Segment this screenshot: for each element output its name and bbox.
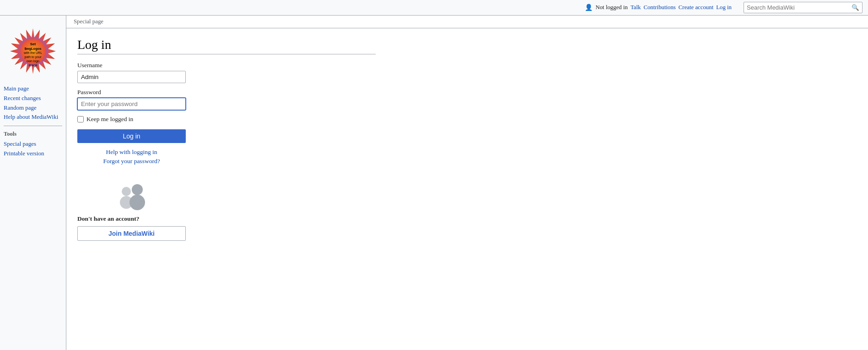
logo-text-line5: own logo bbox=[27, 59, 39, 63]
search-button[interactable]: 🔍 bbox=[849, 2, 862, 13]
site-logo: Set $wgLogos with the URL path to your o… bbox=[8, 26, 58, 76]
join-mediawiki-button[interactable]: Join MediaWiki bbox=[77, 226, 186, 241]
logo-text-line4: path to your bbox=[25, 55, 42, 59]
login-button[interactable]: Log in bbox=[77, 129, 186, 143]
sidebar-item-recent-changes[interactable]: Recent changes bbox=[4, 94, 62, 103]
page-title: Log in bbox=[77, 37, 376, 54]
svg-point-3 bbox=[132, 184, 143, 195]
breadcrumb-bar: Special page bbox=[66, 16, 868, 28]
create-account-link[interactable]: Create account bbox=[679, 4, 713, 11]
password-input[interactable] bbox=[77, 98, 186, 110]
logo-text-line6: image bbox=[28, 64, 37, 67]
forgot-password-link[interactable]: Forgot your password? bbox=[103, 158, 160, 165]
username-group: Username bbox=[77, 62, 376, 83]
top-bar: 👤 Not logged in Talk Contributions Creat… bbox=[0, 0, 868, 16]
keep-logged-in-row: Keep me logged in bbox=[77, 116, 376, 123]
tools-section-title: Tools bbox=[4, 131, 62, 138]
logo-area: Set $wgLogos with the URL path to your o… bbox=[5, 24, 60, 79]
search-input[interactable] bbox=[744, 2, 849, 13]
svg-point-1 bbox=[122, 187, 131, 196]
sidebar-navigation: Main page Recent changes Random page Hel… bbox=[0, 84, 66, 159]
search-bar: 🔍 bbox=[744, 2, 863, 13]
main-content: Special page Log in Username Password Ke… bbox=[66, 16, 868, 350]
password-group: Password bbox=[77, 89, 376, 110]
user-icon: 👤 bbox=[585, 4, 593, 11]
no-account-text: Don't have an account? bbox=[77, 215, 186, 223]
sidebar-item-special-pages[interactable]: Special pages bbox=[4, 139, 62, 149]
keep-logged-in-checkbox[interactable] bbox=[77, 116, 84, 122]
username-input[interactable] bbox=[77, 71, 186, 83]
help-logging-link[interactable]: Help with logging in bbox=[106, 148, 157, 156]
keep-logged-in-label: Keep me logged in bbox=[86, 116, 133, 123]
logo-text-line1: Set bbox=[30, 42, 36, 46]
breadcrumb: Special page bbox=[74, 18, 103, 25]
sidebar-divider bbox=[4, 126, 62, 126]
username-label: Username bbox=[77, 62, 376, 69]
sidebar-item-main-page[interactable]: Main page bbox=[4, 84, 62, 94]
user-silhouette-area: Don't have an account? Join MediaWiki bbox=[77, 179, 186, 241]
contributions-link[interactable]: Contributions bbox=[643, 4, 675, 11]
sidebar: Set $wgLogos with the URL path to your o… bbox=[0, 16, 66, 350]
not-logged-in-text: Not logged in bbox=[595, 4, 627, 11]
password-label: Password bbox=[77, 89, 376, 96]
svg-point-4 bbox=[129, 195, 145, 210]
sidebar-item-printable[interactable]: Printable version bbox=[4, 149, 62, 159]
sidebar-item-help[interactable]: Help about MediaWiki bbox=[4, 112, 62, 122]
sidebar-item-random-page[interactable]: Random page bbox=[4, 103, 62, 113]
logo-text-line2: $wgLogos bbox=[24, 47, 41, 51]
helper-links: Help with logging in Forgot your passwor… bbox=[77, 148, 186, 165]
layout: Set $wgLogos with the URL path to your o… bbox=[0, 16, 868, 350]
silhouette-graphic bbox=[113, 179, 150, 215]
log-in-link[interactable]: Log in bbox=[716, 4, 732, 11]
content-area: Log in Username Password Keep me logged … bbox=[66, 28, 387, 256]
talk-link[interactable]: Talk bbox=[631, 4, 641, 11]
logo-text-line3: with the URL bbox=[23, 51, 42, 54]
silhouettes bbox=[77, 179, 186, 215]
